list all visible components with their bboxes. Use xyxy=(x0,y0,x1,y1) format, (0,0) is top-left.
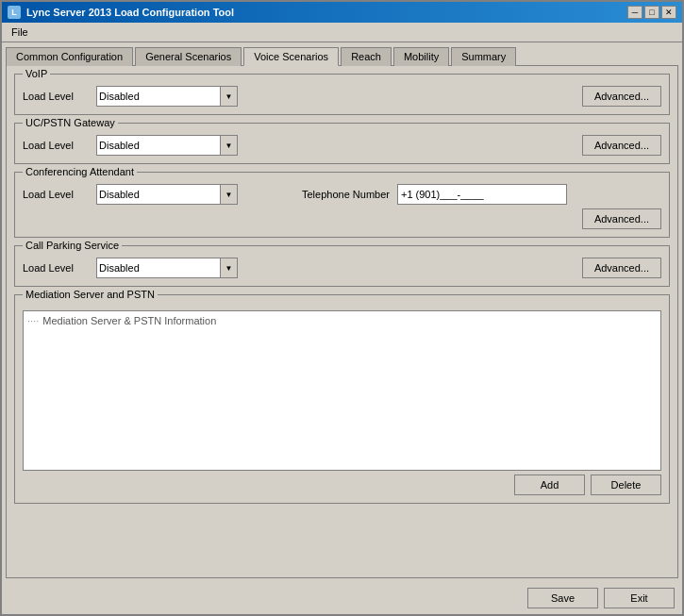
mediation-delete-button[interactable]: Delete xyxy=(591,474,661,495)
minimize-button[interactable]: ─ xyxy=(627,6,642,19)
save-button[interactable]: Save xyxy=(527,588,598,608)
mediation-group: Mediation Server and PSTN ···· Mediation… xyxy=(14,294,670,504)
ucpstn-load-level-label: Load Level xyxy=(23,140,89,151)
voip-load-level-label: Load Level xyxy=(23,91,89,102)
menu-bar: File xyxy=(2,23,682,42)
mediation-entry-text: Mediation Server & PSTN Information xyxy=(42,315,216,326)
main-window: L Lync Server 2013 Load Configuration To… xyxy=(0,0,684,616)
app-icon: L xyxy=(8,6,21,19)
conferencing-group: Conferencing Attendant Load Level Disabl… xyxy=(14,172,670,238)
main-content: VoIP Load Level Disabled Low Medium High… xyxy=(6,65,678,578)
voip-group: VoIP Load Level Disabled Low Medium High… xyxy=(14,74,670,115)
ucpstn-advanced-button[interactable]: Advanced... xyxy=(582,135,661,156)
conferencing-load-level-select[interactable]: Disabled Low Medium High xyxy=(96,184,238,205)
tab-general-scenarios[interactable]: General Scenarios xyxy=(135,47,242,66)
callparking-group-label: Call Parking Service xyxy=(23,240,122,251)
voip-load-level-select[interactable]: Disabled Low Medium High xyxy=(96,86,238,107)
tab-summary[interactable]: Summary xyxy=(451,47,516,66)
mediation-add-button[interactable]: Add xyxy=(514,474,585,495)
ucpstn-group: UC/PSTN Gateway Load Level Disabled Low … xyxy=(14,123,670,164)
mediation-list: ···· Mediation Server & PSTN Information xyxy=(23,310,661,471)
ucpstn-group-label: UC/PSTN Gateway xyxy=(23,117,118,128)
mediation-group-label: Mediation Server and PSTN xyxy=(23,289,158,300)
callparking-advanced-button[interactable]: Advanced... xyxy=(582,258,661,278)
tab-reach[interactable]: Reach xyxy=(341,47,392,66)
conferencing-load-level-label: Load Level xyxy=(23,189,89,200)
exit-button[interactable]: Exit xyxy=(604,588,675,608)
voip-group-label: VoIP xyxy=(23,68,50,79)
maximize-button[interactable]: □ xyxy=(644,6,659,19)
tab-bar: Common Configuration General Scenarios V… xyxy=(2,42,682,65)
title-bar: L Lync Server 2013 Load Configuration To… xyxy=(2,2,682,23)
callparking-load-level-label: Load Level xyxy=(23,262,89,274)
footer-buttons: Save Exit xyxy=(2,582,682,614)
callparking-load-level-select[interactable]: Disabled Low Medium High xyxy=(96,258,238,278)
callparking-group: Call Parking Service Load Level Disabled… xyxy=(14,245,670,287)
mediation-list-item: ···· Mediation Server & PSTN Information xyxy=(27,315,657,326)
conferencing-advanced-button[interactable]: Advanced... xyxy=(582,208,661,229)
conferencing-group-label: Conferencing Attendant xyxy=(23,166,137,177)
tab-voice-scenarios[interactable]: Voice Scenarios xyxy=(243,47,339,66)
tab-mobility[interactable]: Mobility xyxy=(393,47,449,66)
close-button[interactable]: ✕ xyxy=(661,6,676,19)
mediation-dots: ···· xyxy=(27,315,39,326)
menu-file[interactable]: File xyxy=(6,25,34,40)
window-title: Lync Server 2013 Load Configuration Tool xyxy=(26,7,234,18)
telephone-number-label: Telephone Number xyxy=(302,189,390,200)
ucpstn-load-level-select[interactable]: Disabled Low Medium High xyxy=(96,135,238,156)
telephone-number-input[interactable] xyxy=(397,184,567,205)
tab-common-configuration[interactable]: Common Configuration xyxy=(6,47,133,66)
voip-advanced-button[interactable]: Advanced... xyxy=(582,86,661,107)
